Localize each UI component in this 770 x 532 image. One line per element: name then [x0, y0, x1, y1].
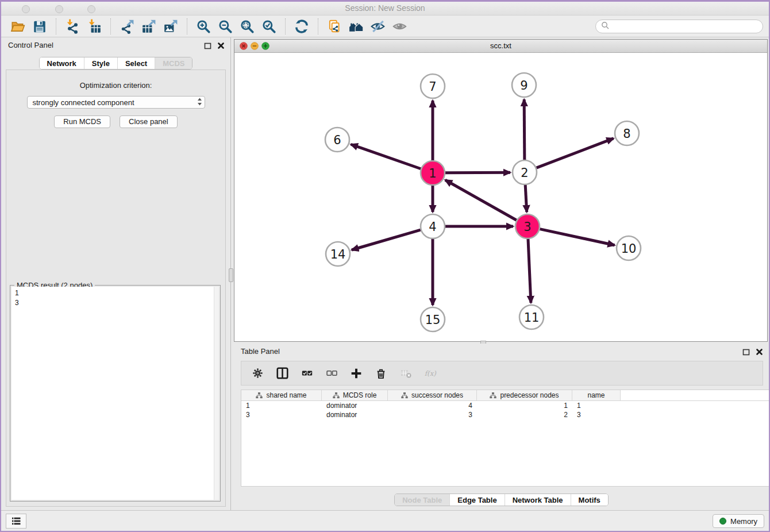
- table-cell[interactable]: dominator: [322, 402, 388, 410]
- column-header-label: predecessor nodes: [500, 391, 559, 399]
- import-table-button[interactable]: [83, 18, 105, 35]
- tab-style[interactable]: Style: [84, 57, 117, 69]
- memory-button-label: Memory: [730, 517, 757, 526]
- edge-1-6[interactable]: [351, 144, 421, 168]
- table-body: 1dominator4113dominator323: [241, 401, 769, 419]
- mcds-result-text: 1 3: [11, 287, 219, 310]
- table-cell[interactable]: 1: [477, 402, 572, 410]
- edge-2-9[interactable]: [524, 99, 525, 160]
- close-panel-icon[interactable]: [217, 41, 225, 52]
- import-network-button[interactable]: [61, 18, 83, 35]
- tab-node-table[interactable]: Node Table: [395, 494, 449, 506]
- column-header-shared-name[interactable]: shared name: [241, 390, 322, 400]
- save-session-button[interactable]: [29, 18, 51, 35]
- open-session-button[interactable]: [7, 18, 29, 35]
- node-label-9: 9: [520, 79, 528, 92]
- column-header-successor-nodes[interactable]: successor nodes: [388, 390, 477, 400]
- tab-select[interactable]: Select: [117, 57, 155, 69]
- tab-mcds[interactable]: MCDS: [155, 57, 192, 69]
- result-scrollbar[interactable]: [214, 287, 219, 500]
- float-panel-icon[interactable]: [204, 41, 211, 52]
- first-neighbors-button[interactable]: [345, 18, 367, 35]
- export-table-icon: [141, 19, 156, 34]
- split-view-button[interactable]: [276, 367, 288, 380]
- column-header-MCDS-role[interactable]: MCDS role: [322, 390, 388, 400]
- export-table-button[interactable]: [138, 18, 160, 35]
- zoom-selected-icon: [261, 19, 276, 34]
- add-row-button[interactable]: [350, 367, 363, 380]
- table-cell[interactable]: 3: [388, 411, 477, 419]
- mcds-result-area[interactable]: 1 3: [11, 287, 219, 500]
- memory-button[interactable]: Memory: [713, 514, 764, 528]
- tab-network-table[interactable]: Network Table: [505, 494, 571, 506]
- zoom-out-button[interactable]: [214, 18, 236, 35]
- node-label-7: 7: [429, 80, 436, 94]
- svg-text:f(x): f(x): [425, 369, 437, 377]
- refresh-network-button[interactable]: [291, 18, 313, 35]
- column-header-label: shared name: [266, 391, 306, 399]
- criterion-dropdown[interactable]: strongly connected component: [27, 96, 205, 109]
- tab-motifs[interactable]: Motifs: [571, 494, 608, 506]
- network-window: scc.txt 7968124314101511: [234, 39, 768, 342]
- delete-row-button[interactable]: [375, 367, 387, 380]
- hide-selected-button[interactable]: [367, 18, 389, 35]
- search-box[interactable]: [595, 20, 763, 33]
- edge-3-1[interactable]: [445, 180, 517, 220]
- task-history-button[interactable]: [6, 514, 26, 529]
- float-table-panel-icon[interactable]: [742, 348, 750, 358]
- refresh-network-icon: [294, 19, 309, 34]
- search-input[interactable]: [612, 21, 757, 31]
- table-cell[interactable]: 1: [241, 402, 322, 410]
- panel-divider-grip[interactable]: [229, 268, 233, 282]
- export-network-icon: [120, 19, 134, 34]
- export-image-button[interactable]: [160, 18, 182, 35]
- node-label-10: 10: [621, 242, 637, 256]
- chevron-updown-icon: [197, 97, 202, 108]
- node-label-1: 1: [429, 167, 436, 180]
- column-header-predecessor-nodes[interactable]: predecessor nodes: [477, 390, 572, 400]
- main-area: Control Panel NetworkStyleSelectMCDS Opt…: [1, 37, 769, 510]
- table-toolbar: f(x): [241, 361, 763, 385]
- node-table[interactable]: shared nameMCDS rolesuccessor nodesprede…: [241, 390, 769, 487]
- table-cell[interactable]: dominator: [322, 411, 388, 419]
- close-table-panel-icon[interactable]: [756, 348, 763, 358]
- settings-button[interactable]: [251, 367, 264, 380]
- edge-3-10[interactable]: [540, 229, 615, 245]
- table-row[interactable]: 3dominator323: [241, 410, 769, 419]
- toolbar-separator: [285, 18, 286, 34]
- network-canvas[interactable]: 7968124314101511: [234, 53, 767, 341]
- zoom-in-button[interactable]: [192, 18, 214, 35]
- show-all-button[interactable]: [389, 18, 411, 35]
- control-panel-tabs: NetworkStyleSelectMCDS: [39, 57, 193, 70]
- deselect-all-button[interactable]: [325, 367, 338, 380]
- table-row[interactable]: 1dominator411: [241, 401, 769, 410]
- run-mcds-button[interactable]: Run MCDS: [54, 115, 110, 128]
- zoom-fit-button[interactable]: [236, 18, 258, 35]
- column-header-label: name: [587, 391, 605, 399]
- table-cell[interactable]: 2: [477, 411, 572, 419]
- clone-network-button[interactable]: [324, 18, 345, 35]
- table-cell[interactable]: 3: [241, 411, 322, 419]
- edge-4-14[interactable]: [352, 230, 421, 250]
- tab-edge-table[interactable]: Edge Table: [449, 494, 504, 506]
- node-label-4: 4: [429, 220, 436, 234]
- edge-3-11[interactable]: [528, 239, 531, 303]
- table-cell[interactable]: 4: [388, 402, 477, 410]
- select-all-button[interactable]: [301, 367, 313, 380]
- settings-icon: [252, 368, 263, 379]
- edge-2-8[interactable]: [537, 138, 614, 168]
- edge-2-3[interactable]: [525, 185, 527, 212]
- sort-hierarchy-icon: [333, 392, 340, 399]
- tab-network[interactable]: Network: [40, 57, 84, 69]
- clone-network-icon: [327, 19, 342, 34]
- criterion-dropdown-value: strongly connected component: [33, 98, 197, 107]
- table-header-row: shared nameMCDS rolesuccessor nodesprede…: [241, 390, 769, 401]
- edge-1-2[interactable]: [445, 172, 510, 173]
- table-cell[interactable]: 1: [572, 402, 621, 410]
- close-panel-button[interactable]: Close panel: [120, 115, 178, 128]
- export-network-button[interactable]: [116, 18, 138, 35]
- mcds-panel: Optimization criterion: strongly connect…: [6, 70, 226, 507]
- zoom-selected-button[interactable]: [258, 18, 280, 35]
- column-header-name[interactable]: name: [572, 390, 621, 400]
- table-cell[interactable]: 3: [572, 411, 621, 419]
